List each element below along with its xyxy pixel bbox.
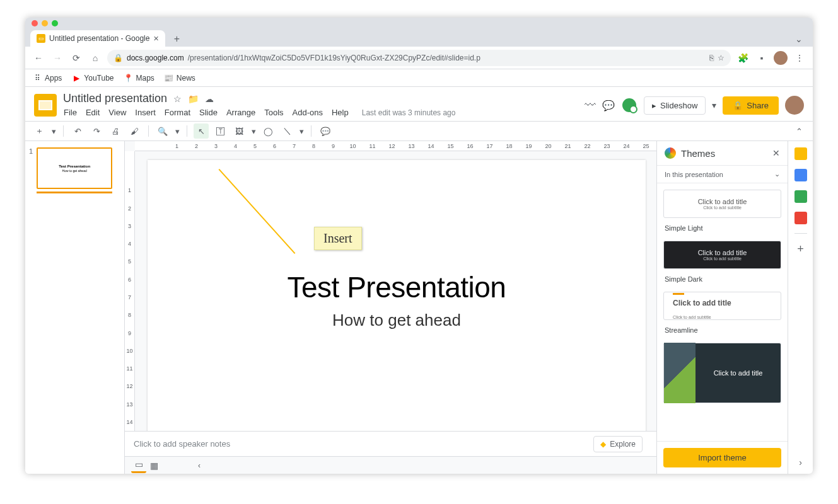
menu-view[interactable]: View bbox=[108, 106, 127, 118]
zoom-dropdown[interactable]: ▾ bbox=[174, 123, 180, 139]
activity-dashboard-icon[interactable]: 〰 bbox=[585, 99, 596, 112]
keep-icon[interactable] bbox=[794, 147, 807, 160]
menu-tools[interactable]: Tools bbox=[264, 106, 284, 118]
slideshow-button[interactable]: ▸Slideshow bbox=[644, 96, 706, 115]
side-panel-collapse-icon[interactable]: › bbox=[799, 457, 802, 467]
image-dropdown[interactable]: ▾ bbox=[250, 123, 257, 139]
bookmark-youtube[interactable]: ▶YouTube bbox=[72, 74, 113, 83]
document-title[interactable]: Untitled presentation bbox=[63, 92, 167, 105]
browser-tab[interactable]: ▭ Untitled presentation - Google ✕ bbox=[30, 30, 165, 47]
tabs-dropdown-icon[interactable]: ⌄ bbox=[790, 32, 808, 47]
filmstrip-view-button[interactable]: ▭ bbox=[131, 458, 146, 473]
speaker-notes-placeholder[interactable]: Click to add speaker notes bbox=[134, 439, 230, 449]
maps-side-icon[interactable] bbox=[794, 212, 807, 224]
menu-insert[interactable]: Insert bbox=[134, 106, 156, 118]
theme-simple-light[interactable]: Click to add title Click to add subtitle bbox=[663, 190, 781, 218]
youtube-icon: ▶ bbox=[72, 74, 81, 83]
undo-button[interactable]: ↶ bbox=[70, 123, 85, 139]
lock-icon: 🔒 bbox=[733, 101, 743, 110]
slideshow-dropdown-icon[interactable]: ▾ bbox=[712, 100, 716, 110]
grid-view-button[interactable]: ▦ bbox=[146, 458, 161, 473]
maximize-window-icon[interactable] bbox=[52, 20, 58, 26]
line-dropdown[interactable]: ▾ bbox=[298, 123, 305, 139]
browser-tab-label: Untitled presentation - Google bbox=[49, 34, 149, 43]
contacts-icon[interactable] bbox=[794, 190, 807, 203]
redo-button[interactable]: ↷ bbox=[89, 123, 104, 139]
send-tab-icon[interactable]: ⎘ bbox=[709, 54, 714, 62]
theme-label: Simple Light bbox=[663, 223, 781, 236]
forward-icon[interactable]: → bbox=[50, 51, 64, 65]
news-icon: 📰 bbox=[165, 74, 173, 83]
move-to-folder-icon[interactable]: 📁 bbox=[188, 94, 199, 104]
close-icon[interactable]: ✕ bbox=[772, 148, 780, 158]
themes-icon bbox=[665, 147, 676, 159]
import-theme-button[interactable]: Import theme bbox=[663, 448, 781, 467]
address-bar[interactable]: 🔒 docs.google.com/presentation/d/1hxWtqw… bbox=[107, 50, 731, 66]
new-slide-dropdown[interactable]: ▾ bbox=[50, 123, 57, 139]
chevron-down-icon[interactable]: ⌄ bbox=[774, 170, 780, 178]
maps-icon: 📍 bbox=[124, 74, 133, 83]
extensions-icon[interactable]: 🧩 bbox=[736, 51, 750, 65]
line-tool[interactable]: ＼ bbox=[279, 123, 294, 139]
print-button[interactable]: 🖨 bbox=[108, 123, 123, 139]
close-window-icon[interactable] bbox=[32, 20, 38, 26]
tab-close-icon[interactable]: ✕ bbox=[153, 35, 159, 43]
filmstrip-collapse-icon[interactable]: ‹ bbox=[192, 458, 207, 473]
get-addons-icon[interactable]: + bbox=[797, 243, 804, 256]
new-tab-button[interactable]: + bbox=[169, 32, 184, 47]
shape-tool[interactable]: ◯ bbox=[260, 123, 276, 139]
google-slides-logo-icon[interactable] bbox=[34, 94, 57, 117]
share-button[interactable]: 🔒Share bbox=[723, 96, 779, 115]
thumb-subtitle: How to get ahead bbox=[62, 169, 87, 173]
menu-file[interactable]: File bbox=[63, 106, 78, 118]
menu-help[interactable]: Help bbox=[331, 106, 349, 118]
last-edit-text[interactable]: Last edit was 3 minutes ago bbox=[362, 108, 456, 117]
image-tool[interactable]: 🖼 bbox=[231, 123, 247, 139]
slide-subtitle[interactable]: How to get ahead bbox=[332, 311, 461, 330]
theme-streamline[interactable]: Click to add title Click to add subtitle bbox=[663, 292, 781, 320]
slide-title[interactable]: Test Presentation bbox=[288, 270, 506, 304]
comment-history-icon[interactable]: 💬 bbox=[602, 100, 615, 112]
profile-avatar-icon[interactable] bbox=[774, 51, 788, 65]
reload-icon[interactable]: ⟳ bbox=[69, 51, 83, 65]
menu-edit[interactable]: Edit bbox=[85, 106, 100, 118]
collapse-toolbar-icon[interactable]: ⌃ bbox=[791, 123, 806, 139]
theme-focus[interactable]: Click to add title bbox=[663, 343, 781, 403]
theme-label: Simple Dark bbox=[663, 274, 781, 287]
bookmark-apps[interactable]: ⠿Apps bbox=[33, 74, 62, 83]
annotation-callout: Insert bbox=[314, 227, 362, 250]
textbox-tool[interactable]: 🅃 bbox=[212, 123, 228, 139]
theme-simple-dark[interactable]: Click to add title Click to add subtitle bbox=[663, 241, 781, 269]
explore-button[interactable]: ◆Explore bbox=[593, 436, 643, 452]
menu-slide[interactable]: Slide bbox=[199, 106, 218, 118]
new-slide-button[interactable]: ＋ bbox=[32, 123, 47, 139]
chrome-menu-icon[interactable]: ⋮ bbox=[793, 51, 806, 65]
tasks-icon[interactable] bbox=[794, 169, 807, 181]
star-icon[interactable]: ☆ bbox=[173, 94, 182, 104]
home-icon[interactable]: ⌂ bbox=[88, 51, 102, 65]
minimize-window-icon[interactable] bbox=[42, 20, 48, 26]
lastpass-icon[interactable]: ▪ bbox=[755, 51, 769, 65]
zoom-button[interactable]: 🔍 bbox=[155, 123, 170, 139]
comment-button[interactable]: 💬 bbox=[318, 123, 333, 139]
explore-icon: ◆ bbox=[600, 440, 606, 449]
presence-avatar-icon[interactable] bbox=[621, 97, 637, 113]
bookmark-news[interactable]: 📰News bbox=[165, 74, 195, 83]
back-icon[interactable]: ← bbox=[32, 51, 45, 65]
themes-title: Themes bbox=[681, 148, 715, 159]
slides-favicon-icon: ▭ bbox=[37, 34, 45, 43]
paint-format-button[interactable]: 🖌 bbox=[127, 123, 142, 139]
slide-thumbnail-1[interactable]: 1 Test Presentation How to get ahead bbox=[29, 147, 120, 193]
bookmark-maps[interactable]: 📍Maps bbox=[124, 74, 154, 83]
theme-label: Streamline bbox=[663, 325, 781, 338]
ruler-horizontal: 1234567891011121314151617181920212223242… bbox=[135, 141, 656, 151]
bookmark-star-icon[interactable]: ☆ bbox=[718, 54, 725, 62]
slide-number: 1 bbox=[29, 147, 33, 193]
ruler-vertical: 1234567891011121314 bbox=[125, 151, 135, 431]
menu-format[interactable]: Format bbox=[164, 106, 191, 118]
slide-canvas[interactable]: Test Presentation How to get ahead bbox=[148, 160, 646, 431]
menu-arrange[interactable]: Arrange bbox=[226, 106, 256, 118]
menu-add-ons[interactable]: Add-ons bbox=[292, 106, 323, 118]
account-avatar-icon[interactable] bbox=[785, 96, 804, 115]
select-tool[interactable]: ↖ bbox=[194, 123, 209, 139]
